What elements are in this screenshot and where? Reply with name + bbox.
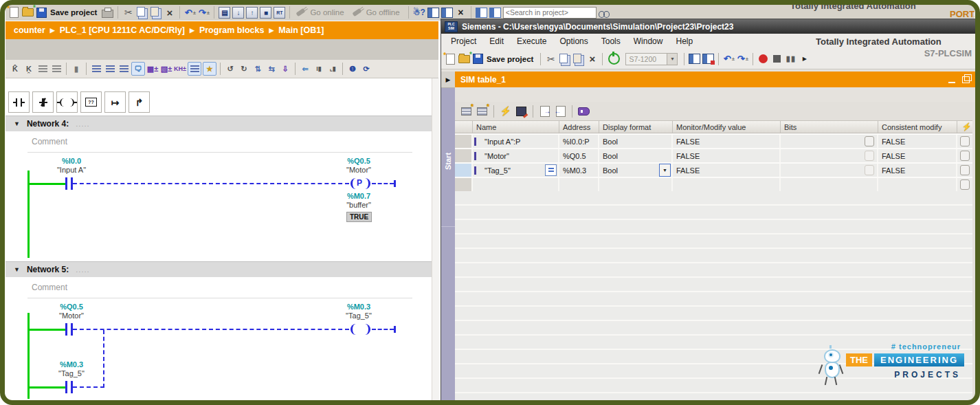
compile-icon[interactable]: ▤ bbox=[219, 6, 230, 19]
menu-help[interactable]: Help bbox=[676, 36, 693, 46]
load-snapshot-icon[interactable]: ⇅ bbox=[252, 63, 264, 75]
bits-checkbox[interactable] bbox=[865, 151, 874, 161]
go-offline-button[interactable]: Go offline bbox=[366, 8, 400, 17]
row-handle[interactable] bbox=[455, 164, 473, 177]
copy-snapshot-icon[interactable]: ⇆ bbox=[265, 63, 278, 75]
breadcrumb-item-program-blocks[interactable]: Program blocks bbox=[199, 25, 264, 35]
redo-icon[interactable]: ↷± bbox=[198, 6, 210, 19]
cell-modify-enable[interactable] bbox=[957, 164, 972, 177]
aux-operand-address[interactable]: %M0.7 bbox=[324, 192, 393, 200]
cell-monitor-value[interactable]: FALSE bbox=[673, 135, 781, 148]
save-project-button[interactable]: Save project bbox=[487, 55, 533, 63]
modify-enable-checkbox[interactable] bbox=[960, 151, 970, 161]
coil-icon[interactable] bbox=[56, 91, 78, 113]
contact-tag-name[interactable]: "Motor" bbox=[37, 311, 106, 320]
format-dropdown-button[interactable]: ▼ bbox=[659, 164, 671, 177]
network-4-header[interactable]: ▼ Network 4: ..... bbox=[5, 116, 432, 131]
no-contact-symbol[interactable] bbox=[65, 381, 67, 393]
cell-consistent-modify[interactable]: FALSE bbox=[878, 135, 957, 148]
open-branch-icon[interactable]: ↦ bbox=[104, 91, 126, 113]
cut-icon[interactable]: ✂ bbox=[545, 53, 557, 65]
cell-bits[interactable] bbox=[781, 178, 878, 191]
download-to-device-icon[interactable]: ↓ bbox=[232, 6, 244, 19]
snapshot-icon[interactable]: ↻ bbox=[238, 63, 250, 75]
go-online-button[interactable]: Go online bbox=[310, 8, 344, 17]
pause-icon[interactable]: ▮▮ bbox=[785, 53, 797, 65]
dropdown-arrow-icon[interactable]: ▼ bbox=[667, 54, 677, 65]
menu-edit[interactable]: Edit bbox=[489, 36, 504, 46]
add-multiple-rows-icon[interactable]: * bbox=[476, 105, 489, 118]
cell-bits[interactable] bbox=[781, 135, 878, 148]
insert-column-icon[interactable] bbox=[50, 63, 63, 75]
cut-icon[interactable]: ✂ bbox=[122, 6, 134, 19]
symbolic-operands-icon[interactable]: ▧± bbox=[160, 63, 172, 75]
menu-options[interactable]: Options bbox=[559, 36, 588, 46]
split-horizontal-icon[interactable] bbox=[476, 6, 487, 19]
cell-monitor-value[interactable]: FALSE bbox=[673, 164, 781, 177]
start-cpu-icon[interactable]: ■ bbox=[260, 6, 271, 19]
cell-address[interactable]: %Q0.5 bbox=[559, 149, 599, 162]
paste-icon[interactable] bbox=[150, 6, 162, 19]
cell-consistent-modify[interactable]: FALSE bbox=[878, 149, 957, 162]
cell-name[interactable]: "Input A":P bbox=[473, 135, 559, 148]
header-monitor-modify-value[interactable]: Monitor/Modify value bbox=[673, 121, 781, 133]
cell-address[interactable]: %I0.0:P bbox=[559, 135, 599, 148]
cell-bits[interactable] bbox=[781, 149, 878, 162]
header-address[interactable]: Address bbox=[559, 121, 599, 133]
modify-enable-checkbox[interactable] bbox=[960, 179, 970, 190]
paste-icon[interactable] bbox=[572, 53, 584, 65]
split-vertical-icon[interactable] bbox=[489, 6, 501, 19]
network-4-comment[interactable]: Comment bbox=[32, 137, 67, 146]
contact-address[interactable]: %Q0.5 bbox=[37, 303, 106, 311]
row-handle[interactable] bbox=[455, 178, 473, 191]
close-all-networks-icon[interactable] bbox=[104, 63, 116, 75]
network-5-comment[interactable]: Comment bbox=[32, 283, 67, 292]
coil-address[interactable]: %M0.3 bbox=[324, 303, 393, 311]
delete-network-icon[interactable]: K̯ bbox=[23, 63, 35, 75]
operand-info-icon[interactable]: KH± bbox=[174, 63, 186, 75]
branch-contact-tag-name[interactable]: "Tag_5" bbox=[37, 369, 106, 377]
cell-consistent-modify[interactable] bbox=[878, 178, 957, 191]
insert-row-icon[interactable] bbox=[36, 63, 49, 75]
close-window-icon[interactable]: × bbox=[455, 6, 467, 19]
collapse-arrow-icon[interactable]: ▼ bbox=[14, 266, 20, 273]
record-icon[interactable] bbox=[757, 53, 769, 65]
start-values-icon[interactable]: ⇩ bbox=[279, 63, 291, 75]
cell-name[interactable]: "Motor" bbox=[473, 149, 559, 162]
network-5-header[interactable]: ▼ Network 5: ..... bbox=[5, 261, 432, 277]
insert-network-icon[interactable]: K̂ bbox=[9, 63, 21, 75]
breadcrumb-item-main-ob1[interactable]: Main [OB1] bbox=[278, 25, 324, 35]
add-tag-row-icon[interactable]: * bbox=[460, 105, 473, 118]
favorites-toggle-icon[interactable]: ★ bbox=[203, 62, 216, 76]
header-bits[interactable]: Bits bbox=[781, 121, 878, 133]
cell-name[interactable] bbox=[473, 178, 559, 191]
cpu-type-selector[interactable]: S7-1200 ▼ bbox=[625, 53, 678, 65]
copy-icon[interactable] bbox=[559, 53, 570, 65]
no-contact-icon[interactable] bbox=[8, 91, 30, 113]
bits-checkbox[interactable] bbox=[865, 136, 874, 146]
toolbar-overflow-icon[interactable]: ▶ bbox=[799, 53, 810, 65]
copy-icon[interactable] bbox=[136, 6, 148, 19]
cell-modify-enable[interactable] bbox=[957, 135, 972, 148]
modify-enable-checkbox[interactable] bbox=[960, 165, 970, 175]
menu-tools[interactable]: Tools bbox=[601, 36, 621, 46]
import-table-icon[interactable]: ← bbox=[554, 105, 567, 118]
undo-icon[interactable]: ↶± bbox=[184, 6, 196, 19]
cell-address[interactable] bbox=[559, 178, 599, 191]
redo-icon[interactable]: ↷± bbox=[737, 53, 748, 65]
menu-window[interactable]: Window bbox=[634, 36, 663, 46]
empty-box-icon[interactable]: ?? bbox=[80, 91, 102, 113]
menu-project[interactable]: Project bbox=[451, 36, 476, 46]
menu-execute[interactable]: Execute bbox=[517, 36, 546, 46]
power-on-icon[interactable] bbox=[607, 53, 621, 65]
cell-modify-enable[interactable] bbox=[957, 149, 972, 162]
find-binoculars-icon[interactable] bbox=[599, 6, 610, 19]
export-table-icon[interactable]: → bbox=[538, 105, 551, 118]
header-display-format[interactable]: Display format bbox=[599, 121, 673, 133]
new-project-icon[interactable]: * bbox=[8, 6, 20, 19]
breadcrumb-item-plc[interactable]: PLC_1 [CPU 1211C AC/DC/Rly] bbox=[60, 25, 185, 35]
cell-display-format[interactable]: Bool ▼ bbox=[599, 164, 673, 177]
collapse-arrow-icon[interactable]: ▼ bbox=[14, 120, 20, 127]
new-project-icon[interactable]: * bbox=[445, 53, 456, 65]
coil-symbol[interactable] bbox=[350, 324, 359, 335]
